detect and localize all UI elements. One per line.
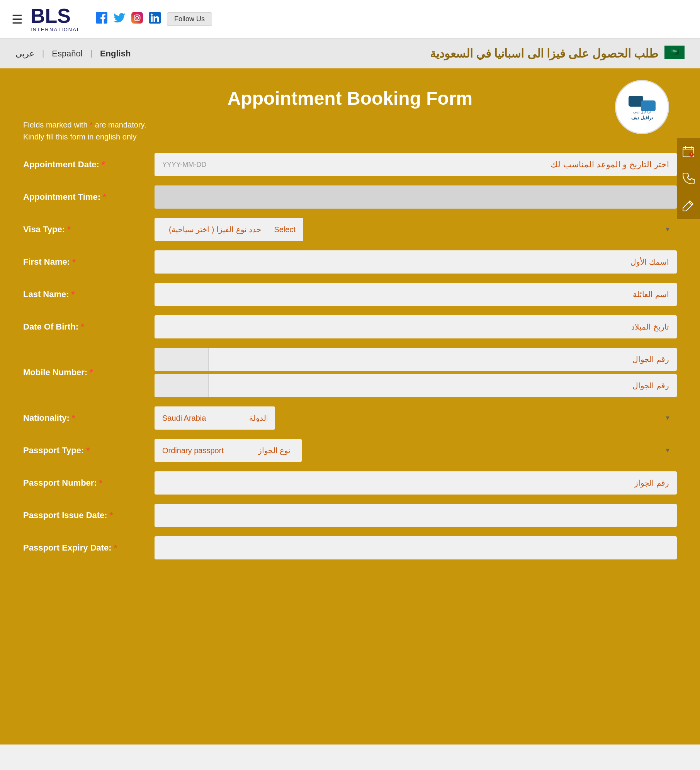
passport-expiry-date-row: Passport Expiry Date: * (23, 536, 677, 559)
company-logo-text: ترافيل ديف (631, 115, 652, 121)
appointment-date-row: Appointment Date: * اختر التاريخ و الموع… (23, 153, 677, 176)
lang-divider-2: | (90, 49, 92, 58)
appointment-date-input-wrapper[interactable]: اختر التاريخ و الموعد المناسب لك YYYY-MM… (155, 153, 677, 176)
mandatory-note: Fields marked with * are mandatory. (23, 121, 677, 129)
mobile-number-input-1[interactable] (209, 348, 677, 371)
visa-type-select[interactable]: Select حدد نوع الفيزا ( اختر سياحية) Tou… (155, 218, 303, 241)
svg-point-3 (139, 15, 140, 16)
logo-sub: INTERNATIONAL (31, 27, 80, 32)
passport-type-label: Passport Type: * (23, 445, 147, 456)
svg-text:!: ! (691, 153, 692, 157)
mobile-number-row: Mobile Number: * (23, 348, 677, 397)
last-name-label: Last Name: * (23, 289, 147, 299)
visa-type-select-wrapper: Select حدد نوع الفيزا ( اختر سياحية) Tou… (155, 218, 677, 241)
passport-type-row: Passport Type: * Ordinary passport نوع ا… (23, 439, 677, 462)
mandatory-star: * (90, 121, 95, 129)
svg-rect-0 (131, 12, 143, 24)
svg-text:🇸🇦: 🇸🇦 (670, 48, 679, 56)
appointment-time-input[interactable] (155, 185, 677, 209)
appointment-date-label: Appointment Date: * (23, 160, 147, 170)
passport-number-row: Passport Number: * (23, 471, 677, 495)
first-name-input[interactable] (155, 250, 677, 274)
linkedin-icon[interactable] (149, 12, 161, 26)
passport-expiry-date-label: Passport Expiry Date: * (23, 543, 147, 553)
first-name-label: First Name: * (23, 257, 147, 267)
svg-text:ترافيل ديف: ترافيل ديف (633, 110, 651, 114)
mobile-prefix-1[interactable] (155, 348, 209, 371)
nationality-label: Nationality: * (23, 413, 147, 423)
date-of-birth-row: Date Of Birth: * (23, 315, 677, 338)
visa-type-label: Visa Type: * (23, 224, 147, 235)
facebook-icon[interactable] (96, 12, 107, 26)
page-title-ar: 🇸🇦 طلب الحصول على فيزا الى اسبانيا في ال… (430, 46, 685, 61)
passport-number-input[interactable] (155, 471, 677, 495)
espanol-lang-link[interactable]: Español (52, 49, 83, 59)
language-links: عربي | Español | English (15, 49, 131, 59)
nationality-select[interactable]: Saudi Arabia الدولة Other (155, 406, 275, 430)
twitter-icon[interactable] (114, 12, 125, 26)
instagram-icon[interactable] (131, 12, 143, 26)
arabic-lang-link[interactable]: عربي (15, 49, 34, 59)
logo-bls: BLS (31, 6, 80, 26)
last-name-row: Last Name: * (23, 283, 677, 306)
passport-issue-date-row: Passport Issue Date: * (23, 504, 677, 527)
mobile-row-2 (155, 374, 677, 397)
mobile-number-input-2[interactable] (209, 374, 677, 397)
language-bar: 🇸🇦 طلب الحصول على فيزا الى اسبانيا في ال… (0, 39, 700, 68)
edit-side-icon[interactable] (677, 192, 700, 219)
mobile-row-1 (155, 348, 677, 371)
passport-type-select[interactable]: Ordinary passport نوع الجواز Diplomatic (155, 439, 302, 462)
phone-side-icon[interactable] (677, 165, 700, 192)
passport-issue-date-input[interactable] (155, 504, 677, 527)
passport-issue-date-label: Passport Issue Date: * (23, 510, 147, 520)
lang-divider-1: | (42, 49, 44, 58)
visa-type-row: Visa Type: * Select حدد نوع الفيزا ( اخت… (23, 218, 677, 241)
side-icons: ! (677, 138, 700, 219)
last-name-input[interactable] (155, 283, 677, 306)
fill-note: Kindly fill this form in english only (23, 133, 677, 141)
company-logo: ترافيل ديف ترافيل ديف (615, 80, 669, 134)
logo-area: BLS INTERNATIONAL (31, 6, 80, 33)
date-of-birth-input[interactable] (155, 315, 677, 338)
english-lang-link[interactable]: English (100, 49, 131, 59)
main-content: Appointment Booking Form ترافيل ديف تراف… (0, 68, 700, 745)
nationality-select-wrapper: Saudi Arabia الدولة Other (155, 406, 677, 430)
date-of-birth-label: Date Of Birth: * (23, 322, 147, 332)
form-title: Appointment Booking Form (23, 84, 677, 109)
saudi-flag-icon: 🇸🇦 (664, 46, 685, 61)
header: ☰ BLS INTERNATIONAL Follow Us (0, 0, 700, 39)
nationality-row: Nationality: * Saudi Arabia الدولة Other (23, 406, 677, 430)
appointment-time-label: Appointment Time: * (23, 192, 147, 202)
hamburger-menu[interactable]: ☰ (12, 12, 23, 27)
appointment-time-row: Appointment Time: * (23, 185, 677, 209)
passport-expiry-date-input[interactable] (155, 536, 677, 559)
follow-us-button[interactable]: Follow Us (167, 12, 212, 26)
mobile-number-label: Mobile Number: * (23, 367, 147, 377)
passport-type-select-wrapper: Ordinary passport نوع الجواز Diplomatic (155, 439, 677, 462)
mobile-wrapper (155, 348, 677, 397)
passport-number-label: Passport Number: * (23, 478, 147, 488)
first-name-row: First Name: * (23, 250, 677, 274)
appointment-date-input[interactable] (155, 153, 677, 176)
social-icons: Follow Us (96, 12, 212, 26)
mobile-prefix-2[interactable] (155, 374, 209, 397)
calendar-side-icon[interactable]: ! (677, 138, 700, 165)
